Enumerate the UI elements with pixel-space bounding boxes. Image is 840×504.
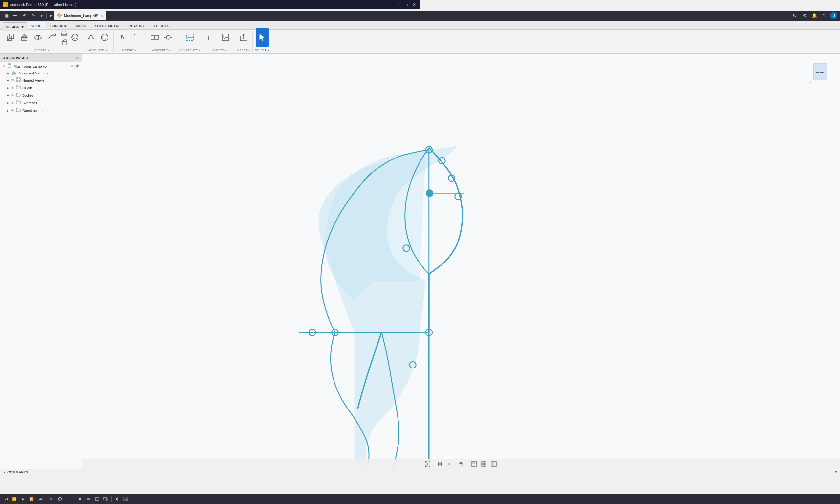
tool-ribbon: CREATE ▼ AUTOMATE ▼ fx (0, 30, 420, 54)
create-group: CREATE ▼ (2, 31, 83, 52)
as-built-joint-button[interactable] (162, 28, 175, 47)
measure-button[interactable] (205, 28, 218, 47)
svg-point-24 (103, 35, 107, 40)
insert-group-label[interactable]: INSERT ▼ (236, 48, 250, 52)
select-tools (256, 28, 269, 48)
root-visibility[interactable]: 👁 (71, 64, 74, 68)
sketches-label: Sketches (22, 101, 79, 105)
svg-rect-25 (151, 35, 154, 39)
svg-rect-14 (63, 30, 65, 31)
sketches-visibility[interactable]: 👁 (11, 101, 15, 105)
expand-arrow-origin: ▶ (6, 86, 10, 90)
offset-face-button[interactable] (84, 28, 97, 47)
automate-group-label[interactable]: AUTOMATE ▼ (88, 48, 107, 52)
svg-rect-15 (61, 34, 67, 36)
assemble-group: ASSEMBLE ▼ (146, 31, 177, 52)
file-menu-button[interactable] (11, 12, 19, 20)
svg-marker-19 (62, 40, 66, 42)
create-group-label[interactable]: CREATE ▼ (34, 48, 50, 52)
browser-settings-icon[interactable]: ⚙ (75, 56, 79, 60)
automate-group: AUTOMATE ▼ (83, 31, 113, 52)
loft-button[interactable] (59, 29, 69, 37)
construct-group-label[interactable]: CONSTRUCT ▼ (179, 48, 201, 52)
design-mode-dropdown[interactable]: DESIGN ▼ (3, 22, 27, 32)
modify-group-label[interactable]: MODIFY ▼ (122, 48, 137, 52)
bodies-visibility[interactable]: 👁 (11, 93, 15, 97)
svg-rect-10 (22, 37, 27, 41)
svg-line-7 (7, 34, 9, 36)
origin-label: Origin (22, 86, 79, 90)
fillet-button[interactable] (131, 28, 144, 47)
svg-rect-45 (17, 78, 18, 79)
root-label: Mushroom_Lamp v5 (14, 64, 69, 68)
tree-item-doc-settings[interactable]: ▶ ⚙️ Document Settings (0, 70, 82, 76)
tree-item-named-views[interactable]: ▶ 👁 Named Views (0, 76, 82, 84)
construct-group: CONSTRUCT ▼ (177, 31, 203, 52)
select-group: SELECT ▼ (253, 31, 271, 52)
expand-arrow-doc: ▶ (6, 72, 10, 75)
tree-item-bodies[interactable]: ▶ 👁 Bodies (0, 92, 82, 99)
main-viewport[interactable]: RIGHT X Z (82, 54, 420, 252)
close-button[interactable]: ✕ (411, 1, 417, 8)
design-button[interactable]: DESIGN ▼ (3, 22, 27, 32)
root-pin[interactable]: 📌 (75, 64, 79, 68)
bodies-label: Bodies (22, 93, 79, 97)
named-views-icon (16, 77, 21, 83)
browser-collapse-arrow[interactable]: ◀◀ (3, 56, 8, 60)
svg-point-28 (166, 35, 171, 39)
cad-drawing (82, 54, 420, 252)
svg-line-17 (65, 31, 67, 34)
svg-marker-11 (22, 34, 27, 37)
named-views-visibility[interactable]: 👁 (11, 78, 15, 82)
parameters-button[interactable]: fx (115, 28, 130, 47)
svg-line-9 (7, 39, 9, 41)
file-tab-active[interactable]: 🍄 Mushroom_Lamp v5° ✕ (54, 12, 106, 20)
construction-label: Construction (22, 109, 79, 112)
sphere-button[interactable] (70, 28, 80, 47)
undo-button[interactable]: ↶ (21, 12, 29, 20)
browser-panel: ◀◀ BROWSER ⚙ ▼ Mushroom_Lamp v5 👁 📌 ▶ ⚙️… (0, 54, 82, 252)
tree-item-origin[interactable]: ▶ 👁 Origin (0, 84, 82, 92)
svg-line-20 (62, 40, 64, 42)
undo-dropdown[interactable]: ▼ (38, 12, 46, 20)
revolve-button[interactable] (32, 28, 44, 47)
maximize-button[interactable]: □ (403, 1, 410, 8)
svg-line-8 (12, 34, 14, 36)
construction-visibility[interactable]: 👁 (11, 109, 15, 112)
joint-button[interactable] (148, 28, 161, 47)
construction-folder-icon (16, 108, 21, 113)
window-controls: − □ ✕ (395, 1, 417, 8)
assemble-group-label[interactable]: ASSEMBLE ▼ (152, 48, 171, 52)
redo-button[interactable]: ↷ (29, 12, 37, 20)
insert-mesh-button[interactable] (237, 28, 250, 47)
design-dropdown-arrow: ▼ (21, 25, 24, 29)
origin-visibility[interactable]: 👁 (11, 86, 15, 90)
expand-arrow-root: ▼ (3, 65, 6, 68)
doc-settings-label: Document Settings (18, 71, 79, 75)
box-button[interactable] (59, 38, 69, 46)
construct-button[interactable] (183, 28, 197, 47)
grid-icon[interactable]: ▣ (3, 12, 11, 20)
tree-item-construction[interactable]: ▶ 👁 Construction (0, 107, 82, 114)
svg-rect-47 (17, 80, 18, 82)
app-logo: A (3, 2, 8, 7)
browser-header[interactable]: ◀◀ BROWSER ⚙ (0, 54, 82, 62)
svg-rect-46 (19, 78, 20, 79)
inspect-tools (205, 28, 232, 48)
tab-close-button[interactable]: ✕ (101, 14, 103, 18)
svg-point-22 (72, 36, 78, 39)
inspect-group-label[interactable]: INSPECT ▼ (211, 48, 227, 52)
minimize-button[interactable]: − (395, 1, 402, 8)
tree-item-root[interactable]: ▼ Mushroom_Lamp v5 👁 📌 (0, 62, 82, 70)
automate-tools (84, 28, 111, 48)
section-analysis-button[interactable] (219, 28, 232, 47)
select-group-label[interactable]: SELECT ▼ (255, 48, 269, 52)
tree-item-sketches[interactable]: ▶ 👁 Sketches (0, 99, 82, 107)
inspect-group: INSPECT ▼ (203, 31, 234, 52)
select-button[interactable] (256, 28, 269, 47)
svg-rect-43 (8, 64, 11, 65)
assemble-tools (148, 28, 175, 48)
svg-rect-1 (14, 15, 17, 15)
sweep-button[interactable] (45, 28, 58, 47)
shell-button[interactable] (98, 28, 111, 47)
